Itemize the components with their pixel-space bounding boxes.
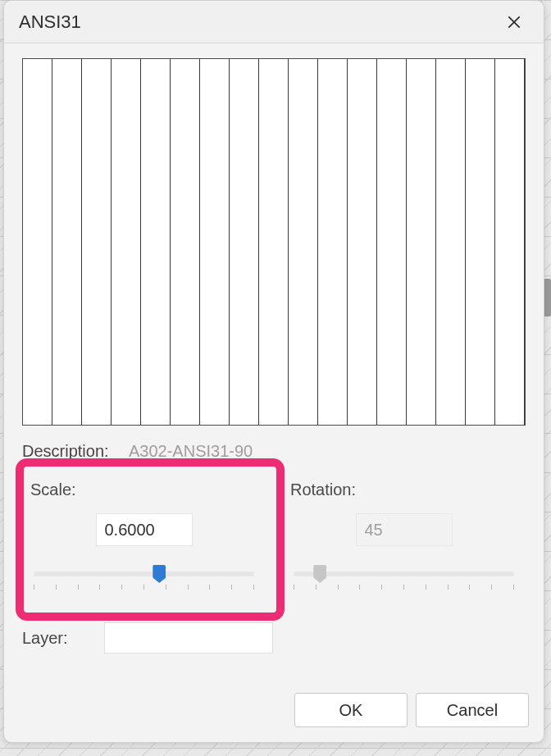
ok-button[interactable]: OK xyxy=(294,693,408,727)
scale-slider-track xyxy=(34,572,254,576)
layer-input[interactable] xyxy=(104,622,273,654)
close-icon xyxy=(506,14,522,30)
scale-slider[interactable] xyxy=(34,565,254,586)
description-label: Description: xyxy=(22,442,129,461)
scale-group: Scale: xyxy=(22,477,266,603)
titlebar: ANSI31 xyxy=(4,1,544,43)
rotation-input xyxy=(357,514,452,545)
cancel-button[interactable]: Cancel xyxy=(416,693,529,727)
rotation-slider xyxy=(294,565,514,586)
rotation-slider-thumb xyxy=(313,565,326,583)
close-button[interactable] xyxy=(499,7,529,37)
rotation-slider-ticks xyxy=(294,585,514,591)
scale-rotation-groups: Scale: Rotation: xyxy=(22,477,526,603)
layer-row: Layer: xyxy=(22,622,526,654)
scale-slider-thumb[interactable] xyxy=(153,565,166,583)
layer-label: Layer: xyxy=(22,629,104,648)
rotation-slider-track xyxy=(294,572,514,576)
rotation-group: Rotation: xyxy=(282,477,526,603)
hatch-pattern-dialog: ANSI31 Description: A302-ANSI31-90 Scale… xyxy=(3,0,544,743)
dialog-content: Description: A302-ANSI31-90 Scale: Rotat… xyxy=(4,43,544,685)
hatch-preview-lines xyxy=(23,59,525,425)
scale-input[interactable] xyxy=(97,514,192,545)
scale-label: Scale: xyxy=(30,480,257,499)
description-row: Description: A302-ANSI31-90 xyxy=(22,442,526,461)
description-value: A302-ANSI31-90 xyxy=(129,442,253,461)
hatch-preview[interactable] xyxy=(22,58,526,426)
rotation-label: Rotation: xyxy=(290,480,517,499)
scale-slider-ticks xyxy=(34,585,254,591)
dialog-title: ANSI31 xyxy=(19,11,81,33)
dialog-footer: OK Cancel xyxy=(4,685,544,742)
